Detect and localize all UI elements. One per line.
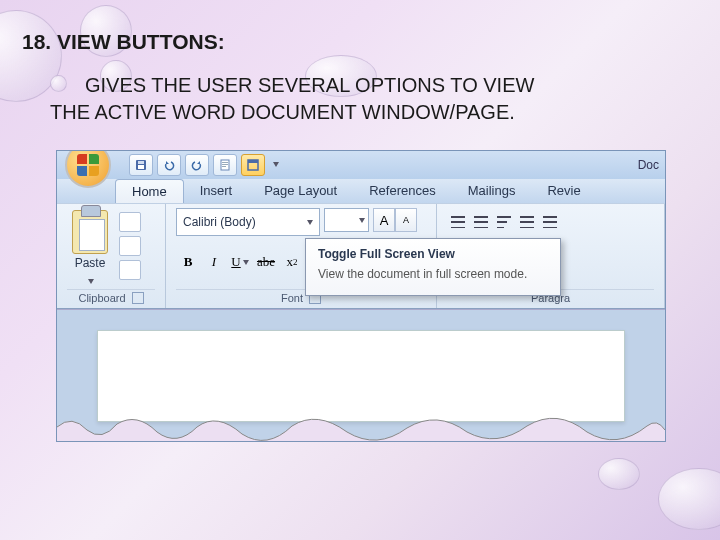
title-bar: Doc [57, 151, 665, 179]
increase-indent-button[interactable] [539, 212, 561, 232]
slide-title: 18. VIEW BUTTONS: [22, 30, 225, 54]
multilevel-button[interactable] [493, 212, 515, 232]
svg-rect-8 [248, 160, 258, 163]
tooltip-title: Toggle Full Screen View [318, 247, 548, 261]
font-size-combo[interactable] [324, 208, 369, 232]
numbering-button[interactable] [470, 212, 492, 232]
water-drop-decoration [598, 458, 640, 490]
chevron-down-icon [273, 162, 279, 167]
bullets-button[interactable] [447, 212, 469, 232]
qat-view-button[interactable] [213, 154, 237, 176]
svg-rect-2 [138, 161, 144, 164]
tab-insert[interactable]: Insert [184, 179, 249, 203]
font-name-combo[interactable]: Calibri (Body) [176, 208, 320, 236]
chevron-down-icon [359, 218, 365, 223]
group-label-font: Font [281, 292, 303, 304]
qat-undo-button[interactable] [157, 154, 181, 176]
torn-edge-decoration [57, 412, 665, 442]
document-title: Doc [638, 158, 659, 172]
ribbon-tabs: Home Insert Page Layout References Maili… [57, 179, 665, 203]
subscript-button[interactable]: x2 [280, 250, 304, 274]
list-icon [497, 216, 511, 228]
chevron-down-icon [243, 260, 249, 265]
indent-icon [543, 216, 557, 228]
tab-home[interactable]: Home [115, 179, 184, 203]
underline-button[interactable]: U [228, 250, 252, 274]
x-sub: 2 [293, 257, 298, 267]
group-label-clipboard: Clipboard [78, 292, 125, 304]
qat-save-button[interactable] [129, 154, 153, 176]
grow-font-button[interactable]: A [373, 208, 395, 232]
list-icon [451, 216, 465, 228]
tab-page-layout[interactable]: Page Layout [248, 179, 353, 203]
indent-icon [520, 216, 534, 228]
paste-label: Paste [67, 256, 113, 270]
qat-fullscreen-button[interactable] [241, 154, 265, 176]
quick-access-toolbar [129, 154, 281, 176]
format-painter-button[interactable] [119, 260, 141, 280]
slide-body-line1: GIVES THE USER SEVERAL OPTIONS TO VIEW [50, 72, 680, 99]
page-view-icon [219, 159, 231, 171]
svg-rect-5 [222, 164, 228, 165]
paste-button[interactable]: Paste [67, 208, 113, 288]
save-icon [135, 159, 147, 171]
tab-references[interactable]: References [353, 179, 451, 203]
slide-body-line2: THE ACTIVE WORD DOCUMENT WINDOW/PAGE. [50, 99, 680, 126]
ribbon: Paste Clipboard Calibri (Body) [57, 203, 665, 309]
chevron-down-icon [307, 220, 313, 225]
strike-button[interactable]: abe [254, 250, 278, 274]
paste-icon [72, 210, 108, 254]
qat-customize-button[interactable] [269, 154, 281, 174]
word-screenshot: Doc Home Insert Page Layout References M… [56, 150, 666, 442]
office-logo-icon [77, 154, 99, 176]
redo-icon [191, 159, 203, 171]
cut-button[interactable] [119, 212, 141, 232]
list-icon [474, 216, 488, 228]
tooltip-body: View the document in full screen mode. [318, 267, 548, 283]
undo-icon [163, 159, 175, 171]
copy-button[interactable] [119, 236, 141, 256]
underline-u: U [231, 254, 240, 270]
shrink-a-icon: A [403, 215, 409, 225]
tab-review[interactable]: Revie [531, 179, 596, 203]
tooltip-fullscreen: Toggle Full Screen View View the documen… [305, 238, 561, 296]
document-page[interactable] [97, 330, 625, 422]
grow-a-icon: A [380, 213, 389, 228]
fullscreen-icon [247, 159, 259, 171]
dialog-launcher-clipboard[interactable] [132, 292, 144, 304]
font-name-value: Calibri (Body) [183, 215, 256, 229]
chevron-down-icon [88, 279, 94, 284]
decrease-indent-button[interactable] [516, 212, 538, 232]
tab-mailings[interactable]: Mailings [452, 179, 532, 203]
bold-button[interactable]: B [176, 250, 200, 274]
italic-button[interactable]: I [202, 250, 226, 274]
svg-rect-1 [138, 165, 144, 169]
svg-rect-6 [222, 166, 226, 167]
qat-redo-button[interactable] [185, 154, 209, 176]
shrink-font-button[interactable]: A [395, 208, 417, 232]
svg-rect-4 [222, 162, 228, 163]
water-drop-decoration [658, 468, 720, 530]
group-clipboard: Paste Clipboard [57, 204, 166, 308]
slide-body-text: GIVES THE USER SEVERAL OPTIONS TO VIEW T… [50, 72, 680, 126]
